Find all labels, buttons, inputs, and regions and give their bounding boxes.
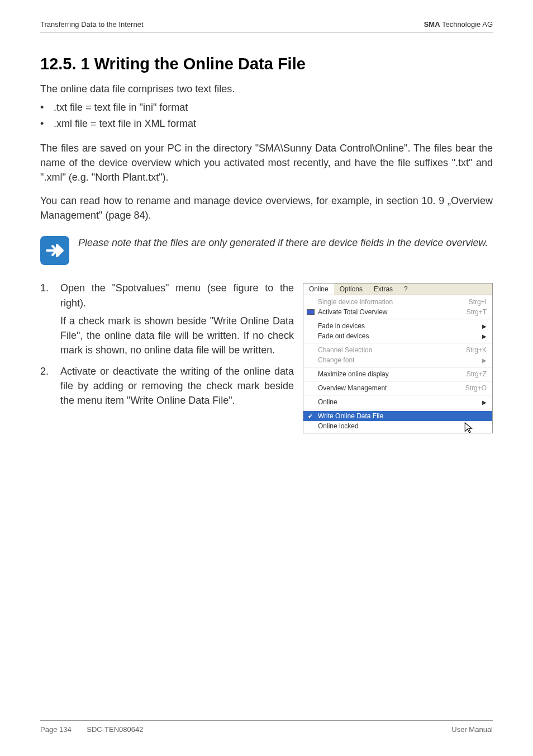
menu-item-fade-in[interactable]: Fade in devices ▶ [303, 321, 492, 331]
menu-item-label: Fade in devices [318, 322, 365, 330]
menu-tab-options[interactable]: Options [334, 284, 368, 295]
list-item: Open the "Spotvalues" menu (see figure t… [40, 281, 294, 357]
header-company-bold: SMA [424, 20, 440, 29]
header-rule [40, 32, 493, 32]
menu-section: Maximize online display Strg+Z [303, 367, 492, 381]
menu-item-change-font: Change font ▶ [303, 355, 492, 365]
menu-item-write-online-data-file[interactable]: ✔ Write Online Data File [303, 411, 492, 421]
intro-paragraph: The online data file comprises two text … [40, 83, 493, 95]
menu-section: ✔ Write Online Data File Online locked [303, 409, 492, 433]
check-icon: ✔ [308, 413, 313, 420]
footer-right: User Manual [451, 725, 493, 734]
section-title: 12.5. 1 Writing the Online Data File [40, 55, 493, 73]
overview-icon [307, 309, 315, 315]
step-1-main: Open the "Spotvalues" menu (see figure t… [60, 282, 294, 308]
footer-code: SDC-TEN080642 [87, 725, 143, 734]
menu-item-label: Overview Management [318, 384, 387, 392]
page-footer: Page 134 SDC-TEN080642 User Manual [40, 720, 493, 734]
menu-item-label: Activate Total Overview [318, 308, 388, 316]
paragraph-1: The files are saved on your PC in the di… [40, 141, 493, 185]
menu-tab-extras[interactable]: Extras [368, 284, 398, 295]
menu-section: Online ▶ [303, 395, 492, 409]
paragraph-2: You can read how to rename and manage de… [40, 193, 493, 223]
menu-item-label: Write Online Data File [318, 412, 383, 420]
menu-item-shortcut: Strg+I [469, 298, 487, 306]
cursor-icon [463, 422, 475, 434]
submenu-arrow-icon: ▶ [482, 323, 487, 329]
submenu-arrow-icon: ▶ [482, 399, 487, 405]
menu-item-activate-overview[interactable]: Activate Total Overview Strg+T [303, 307, 492, 317]
menu-item-overview-management[interactable]: Overview Management Strg+O [303, 383, 492, 393]
header-left-text: Transferring Data to the Internet [40, 20, 144, 29]
header-company-rest: Technologie AG [440, 20, 493, 29]
menu-item-label: Maximize online display [318, 370, 389, 378]
menu-item-shortcut: Strg+K [466, 346, 487, 354]
menu-item-shortcut: Strg+T [467, 308, 487, 316]
menu-section: Channel Selection Strg+K Change font ▶ [303, 343, 492, 367]
menu-tabs: Online Options Extras ? [303, 284, 492, 295]
numbered-list: Open the "Spotvalues" menu (see figure t… [40, 281, 294, 414]
menu-item-fade-out[interactable]: Fade out devices ▶ [303, 331, 492, 341]
menu-item-single-device: Single device information Strg+I [303, 297, 492, 307]
arrow-note-icon [40, 236, 69, 265]
step-1-sub: If a check mark is shown beside "Write O… [60, 314, 294, 357]
menu-item-label: Online [318, 398, 337, 406]
list-item: Activate or deactivate the writing of th… [40, 364, 294, 408]
menu-item-label: Single device information [318, 298, 393, 306]
menu-item-shortcut: Strg+O [465, 384, 487, 392]
content-row: Open the "Spotvalues" menu (see figure t… [40, 281, 493, 433]
menu-item-maximize[interactable]: Maximize online display Strg+Z [303, 369, 492, 379]
menu-section: Overview Management Strg+O [303, 381, 492, 395]
note-block: Please note that the files are only gene… [40, 236, 493, 265]
menu-tab-online[interactable]: Online [303, 284, 334, 295]
menu-item-label: Fade out devices [318, 332, 369, 340]
menu-tab-help[interactable]: ? [398, 284, 413, 295]
menu-item-channel-selection: Channel Selection Strg+K [303, 345, 492, 355]
footer-page: Page 134 [40, 725, 72, 734]
note-text: Please note that the files are only gene… [78, 236, 488, 250]
menu-item-label: Online locked [318, 422, 359, 430]
menu-item-online[interactable]: Online ▶ [303, 397, 492, 407]
menu-figure: Online Options Extras ? Single device in… [303, 283, 493, 433]
bullet-item: .xml file = text file in XML format [54, 118, 493, 130]
menu-item-shortcut: Strg+Z [467, 370, 487, 378]
page-header: Transferring Data to the Internet SMA Te… [40, 20, 493, 29]
bullet-list: .txt file = text file in "ini" format .x… [40, 102, 493, 130]
menu-section: Fade in devices ▶ Fade out devices ▶ [303, 319, 492, 343]
submenu-arrow-icon: ▶ [482, 357, 487, 363]
menu-item-label: Channel Selection [318, 346, 372, 354]
step-2-main: Activate or deactivate the writing of th… [60, 366, 294, 406]
header-right-text: SMA Technologie AG [424, 20, 493, 29]
footer-left: Page 134 SDC-TEN080642 [40, 725, 143, 734]
menu-section: Single device information Strg+I Activat… [303, 295, 492, 319]
submenu-arrow-icon: ▶ [482, 333, 487, 339]
bullet-item: .txt file = text file in "ini" format [54, 102, 493, 114]
menu-item-label: Change font [318, 356, 354, 364]
